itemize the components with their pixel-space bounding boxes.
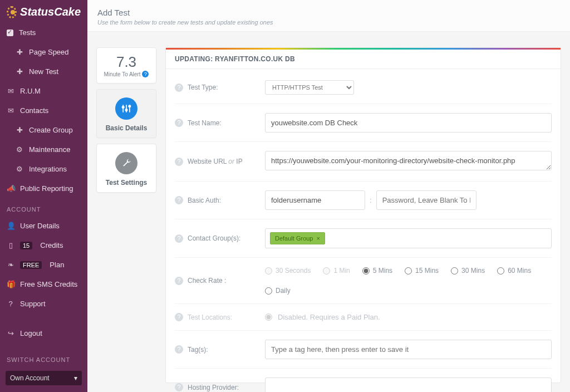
check-rate-group: 30 Seconds1 Min5 Mins15 Mins30 Mins60 Mi… — [265, 267, 552, 295]
help-icon[interactable]: ? — [175, 158, 183, 166]
nav-logout-group: ↪Logout — [0, 324, 87, 343]
logo[interactable]: StatusCake — [0, 0, 87, 23]
nav-logout[interactable]: ↪Logout — [0, 324, 87, 343]
nav-contacts[interactable]: ✉Contacts — [0, 101, 87, 120]
help-icon[interactable]: ? — [175, 84, 183, 92]
tags-input[interactable] — [265, 340, 552, 359]
nav-plan[interactable]: ❧FREEPlan — [0, 255, 87, 275]
plus-icon: ✚ — [16, 126, 23, 134]
hosting-input[interactable] — [265, 378, 552, 392]
step-tiles: 7.3 Minute To Alert? Basic Details Test … — [96, 47, 156, 383]
row-hosting: ?Hosting Provider: — [175, 369, 552, 392]
switch-account-select[interactable]: Own Account ▾ — [6, 371, 82, 385]
rate-radio[interactable] — [451, 267, 458, 275]
credits-badge: 15 — [20, 242, 32, 249]
account-heading: ACCOUNT — [0, 198, 87, 216]
megaphone-icon: 📣 — [7, 184, 14, 193]
help-icon[interactable]: ? — [142, 71, 149, 77]
gear-icon: ⚙ — [16, 145, 23, 154]
rate-option[interactable]: 5 Mins — [362, 267, 392, 275]
mobile-icon: ▯ — [7, 241, 14, 249]
nav-public-reporting[interactable]: 📣Public Reporting — [0, 179, 87, 198]
plus-icon: ✚ — [16, 48, 23, 56]
basic-details-tile[interactable]: Basic Details — [96, 89, 156, 138]
test-type-select[interactable]: HTTP/HTTPS Test — [265, 80, 354, 95]
logo-icon — [7, 6, 17, 18]
label-test-name: Test Name: — [188, 119, 222, 127]
question-icon: ? — [7, 300, 14, 308]
page-header: Add Test Use the form below to create ne… — [87, 0, 570, 32]
nav-user-details[interactable]: 👤User Details — [0, 216, 87, 236]
nav-free-sms[interactable]: 🎁Free SMS Credits — [0, 275, 87, 294]
remove-tag-icon[interactable]: × — [316, 235, 320, 242]
test-name-input[interactable] — [265, 113, 552, 133]
help-icon[interactable]: ? — [175, 119, 183, 127]
gift-icon: 🎁 — [7, 280, 14, 288]
help-icon[interactable]: ? — [175, 196, 183, 204]
rate-option: 1 Min — [323, 267, 350, 275]
row-basic-auth: ?Basic Auth: : — [175, 182, 552, 219]
row-url: ? Website URL or IP https://youwebsite.c… — [175, 142, 552, 182]
nav-credits[interactable]: ▯15Credits — [0, 236, 87, 255]
rate-radio[interactable] — [405, 267, 412, 275]
nav-create-group[interactable]: ✚Create Group — [0, 120, 87, 140]
wrench-icon — [115, 152, 137, 174]
test-settings-label: Test Settings — [100, 179, 153, 187]
rate-option[interactable]: 30 Mins — [451, 267, 485, 275]
auth-user-input[interactable] — [265, 190, 365, 210]
alert-value: 7.3 — [100, 53, 153, 71]
brand-text: StatusCake — [20, 6, 81, 18]
rate-radio[interactable] — [497, 267, 504, 275]
rate-radio[interactable] — [362, 267, 370, 275]
rate-option[interactable]: 15 Mins — [405, 267, 439, 275]
alert-tile: 7.3 Minute To Alert? — [96, 47, 156, 84]
switch-heading: SWITCH ACCOUNT — [0, 349, 87, 366]
nav-tests[interactable]: Tests — [0, 23, 87, 42]
check-icon — [7, 30, 13, 36]
envelope-icon: ✉ — [7, 106, 14, 115]
label-tags: Tag(s): — [188, 346, 208, 354]
page-subtitle: Use the form below to create new tests a… — [97, 19, 560, 26]
help-icon[interactable]: ? — [175, 313, 183, 321]
row-contact-groups: ?Contact Group(s): Default Group× — [175, 219, 552, 258]
test-settings-tile[interactable]: Test Settings — [96, 144, 156, 193]
help-icon[interactable]: ? — [175, 383, 183, 391]
contact-groups-box[interactable]: Default Group× — [265, 228, 552, 248]
url-input[interactable]: https://youwebsite.com/your-monitoring-d… — [265, 151, 552, 170]
main: Add Test Use the form below to create ne… — [87, 0, 570, 392]
rate-option: 30 Seconds — [265, 267, 311, 275]
sidebar: StatusCake Tests ✚Page Speed ✚New Test ✉… — [0, 0, 87, 392]
svg-point-4 — [125, 109, 127, 111]
nav-maintenance[interactable]: ⚙Maintenance — [0, 140, 87, 159]
nav-integrations[interactable]: ⚙Integrations — [0, 159, 87, 179]
panel-title: UPDATING: RYANFITTON.CO.UK DB — [166, 50, 561, 69]
switch-selected: Own Account — [10, 374, 50, 382]
rate-option[interactable]: 60 Mins — [497, 267, 531, 275]
help-icon[interactable]: ? — [175, 277, 183, 285]
logout-icon: ↪ — [7, 329, 14, 337]
rate-radio[interactable] — [265, 287, 272, 295]
plan-badge: FREE — [20, 261, 42, 269]
alert-label: Minute To Alert — [104, 71, 141, 77]
rate-radio — [323, 267, 330, 275]
chevron-down-icon: ▾ — [74, 374, 77, 382]
label-auth: Basic Auth: — [188, 197, 221, 204]
sliders-icon — [115, 97, 137, 120]
basic-details-label: Basic Details — [100, 124, 153, 132]
row-locations: ?Test Locations: Disabled. Requires a Pa… — [175, 304, 552, 331]
rate-option[interactable]: Daily — [265, 287, 291, 295]
label-test-type: Test Type: — [188, 84, 218, 91]
envelope-icon: ✉ — [7, 87, 14, 95]
help-icon[interactable]: ? — [175, 345, 183, 354]
gear-icon: ⚙ — [16, 165, 23, 173]
group-tag: Default Group× — [270, 232, 325, 244]
nav-rum[interactable]: ✉R.U.M — [0, 81, 87, 101]
row-test-name: ?Test Name: — [175, 104, 552, 142]
nav-new-test[interactable]: ✚New Test — [0, 62, 87, 81]
help-icon[interactable]: ? — [175, 234, 183, 243]
leaf-icon: ❧ — [7, 261, 14, 269]
auth-pass-input[interactable] — [376, 190, 476, 210]
nav-page-speed[interactable]: ✚Page Speed — [0, 42, 87, 62]
nav-support[interactable]: ?Support — [0, 294, 87, 313]
svg-point-5 — [129, 105, 130, 107]
